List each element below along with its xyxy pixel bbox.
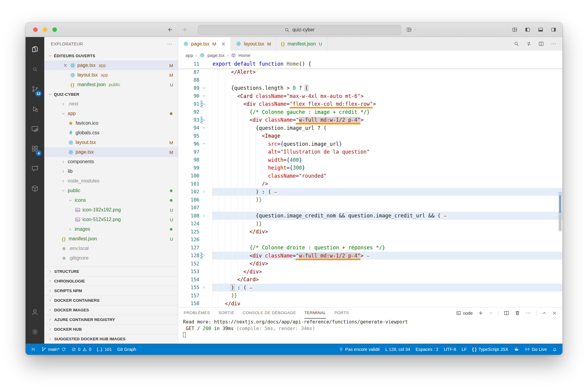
line-gutter[interactable]: 158 <box>178 300 212 307</box>
line-gutter[interactable]: 153 <box>178 268 212 276</box>
panel-tab-CONSOLE DE DÉBOGAGE[interactable]: CONSOLE DE DÉBOGAGE <box>243 307 296 319</box>
line-gutter[interactable]: 88 <box>178 76 212 84</box>
line-gutter[interactable]: 107 <box>178 204 212 212</box>
sidebar-section-docker-containers[interactable]: DOCKER CONTAINERS <box>44 295 178 305</box>
tree-item-node_modules[interactable]: node_modules <box>44 176 178 186</box>
line-gutter[interactable]: 89 <box>178 84 212 92</box>
activity-bar-item-extensions[interactable]: 4 <box>26 139 44 159</box>
tab-manifest.json[interactable]: {}manifest.jsonU <box>276 37 327 51</box>
line-gutter[interactable]: 92 <box>178 108 212 116</box>
search-icon[interactable] <box>514 41 519 47</box>
more-icon[interactable] <box>525 310 531 316</box>
project-section-header[interactable]: QUIZ-CYBER <box>44 89 178 99</box>
code-line[interactable]: 100className="rounded" <box>178 172 562 180</box>
fold-right-icon[interactable] <box>199 189 208 194</box>
sidebar-section-chronologie[interactable]: CHRONOLOGIE <box>44 276 178 286</box>
line-gutter[interactable]: 93 <box>178 116 212 124</box>
tree-item-.env.local[interactable]: .env.local <box>44 244 178 253</box>
line-gutter[interactable]: 99 <box>178 164 212 172</box>
code-line[interactable]: 125</div> <box>178 228 562 236</box>
trash-icon[interactable] <box>515 310 520 316</box>
status-item-encoding[interactable]: UTF-8 <box>441 344 459 355</box>
activity-bar-item-run-debug[interactable] <box>26 99 44 119</box>
line-gutter[interactable]: 91 <box>178 100 212 108</box>
line-gutter[interactable]: 152 <box>178 260 212 268</box>
close-icon[interactable] <box>62 63 69 68</box>
line-gutter[interactable]: 125 <box>178 228 212 236</box>
line-gutter[interactable]: 102 <box>178 188 212 196</box>
code-line[interactable]: 127{/* Colonne droite : question + répon… <box>178 244 562 252</box>
code-line[interactable]: 153</div> <box>178 268 562 276</box>
code-line[interactable]: 157)} <box>178 292 562 300</box>
panel-tab-PORTS[interactable]: PORTS <box>334 307 349 319</box>
status-item-problems[interactable]: 00 <box>69 344 94 355</box>
code-line[interactable]: 88 <box>178 76 562 84</box>
fold-right-icon[interactable] <box>199 214 208 218</box>
panel-right-icon[interactable] <box>551 27 556 33</box>
code-line[interactable]: 87</Alert> <box>178 68 562 76</box>
tree-item-icons[interactable]: icons <box>44 195 178 205</box>
sidebar-section-docker-images[interactable]: DOCKER IMAGES <box>44 305 178 315</box>
tab-page.tsx[interactable]: page.tsxM <box>178 37 231 51</box>
panel-bottom-icon[interactable] <box>538 27 543 33</box>
code-line[interactable]: 101/> <box>178 180 562 188</box>
code-line[interactable]: 106)} <box>178 196 562 204</box>
fold-right-icon[interactable] <box>199 285 208 290</box>
sidebar-section-docker-hub[interactable]: DOCKER HUB <box>44 324 178 334</box>
layout-dropdown-button[interactable] <box>406 27 417 33</box>
status-item-notifications[interactable] <box>549 344 560 355</box>
forward-arrow-icon[interactable] <box>181 27 188 33</box>
code-line[interactable]: 154</Card> <box>178 276 562 284</box>
tree-item-lib[interactable]: lib <box>44 167 178 176</box>
status-item-git-graph[interactable]: Git Graph <box>114 344 139 355</box>
minimize-window-button[interactable] <box>43 27 47 32</box>
code-line[interactable]: 94{question.image_url ? ( <box>178 124 562 132</box>
maximize-panel-icon[interactable] <box>542 310 547 316</box>
code-line[interactable]: 99height={300} <box>178 164 562 172</box>
terminal-output[interactable]: Read more: https://nextjs.org/docs/app/a… <box>178 319 562 344</box>
activity-bar-item-search[interactable] <box>26 59 44 79</box>
status-item-language-mode[interactable]: { }TypeScript JSX <box>469 344 511 355</box>
overview-ruler[interactable] <box>558 60 562 307</box>
code-line[interactable]: 98width={400} <box>178 156 562 164</box>
activity-bar-item-settings-gear[interactable] <box>26 322 44 342</box>
line-gutter[interactable]: 106 <box>178 196 212 204</box>
tree-item-page.tsx[interactable]: page.tsxM <box>44 147 178 157</box>
code-line[interactable]: 91<div className="flex flex-col md:flex-… <box>178 100 562 108</box>
status-item-indentation[interactable]: Espaces : 2 <box>413 344 441 355</box>
code-line[interactable]: 158</div <box>178 300 562 307</box>
split-editor-icon[interactable] <box>504 310 509 316</box>
open-editor-item[interactable]: {}manifest.jsonpublicU <box>44 80 178 89</box>
activity-bar-item-remote-explorer[interactable] <box>26 119 44 139</box>
line-gutter[interactable]: 100 <box>178 172 212 180</box>
line-gutter[interactable]: 155 <box>178 284 212 292</box>
code-line[interactable]: 107 <box>178 204 562 212</box>
tree-item-images[interactable]: images <box>44 224 178 234</box>
tree-item-icon-192x192.png[interactable]: icon-192x192.pngU <box>44 205 178 215</box>
breadcrumb-item[interactable]: page.tsx <box>207 53 225 58</box>
compare-changes-icon[interactable] <box>526 41 532 47</box>
explorer-more-actions-icon[interactable] <box>167 41 173 47</box>
tree-item-globals.css[interactable]: #globals.css <box>44 128 178 138</box>
code-line[interactable]: 152</div> <box>178 260 562 268</box>
code-line[interactable]: 97alt="Illustration de la question" <box>178 148 562 156</box>
sidebar-section-structure[interactable]: STRUCTURE <box>44 267 178 276</box>
line-gutter[interactable]: 124 <box>178 220 212 228</box>
line-gutter[interactable]: 108 <box>178 212 212 220</box>
breadcrumb[interactable]: app›page.tsx›Home <box>178 51 562 60</box>
code-editor[interactable]: 11export default function Home() { 87</A… <box>178 60 562 307</box>
status-item-remote[interactable] <box>28 344 39 355</box>
line-gutter[interactable]: 90 <box>178 92 212 100</box>
close-window-button[interactable] <box>33 27 38 32</box>
layout-grid-icon[interactable] <box>512 27 518 33</box>
line-gutter[interactable]: 94 <box>178 124 212 132</box>
tree-item-.next[interactable]: .next <box>44 99 178 109</box>
tree-item-favicon.ico[interactable]: favicon.ico <box>44 118 178 128</box>
panel-left-icon[interactable] <box>525 27 530 33</box>
tree-item-app[interactable]: app <box>44 109 178 118</box>
code-line[interactable]: 93<div className="w-full md:w-1/2 p-4"> <box>178 116 562 124</box>
code-line[interactable]: 95<Image <box>178 132 562 140</box>
line-gutter[interactable]: 96 <box>178 140 212 148</box>
fold-down-icon[interactable] <box>199 94 208 98</box>
status-item-eol[interactable]: LF <box>459 344 469 355</box>
